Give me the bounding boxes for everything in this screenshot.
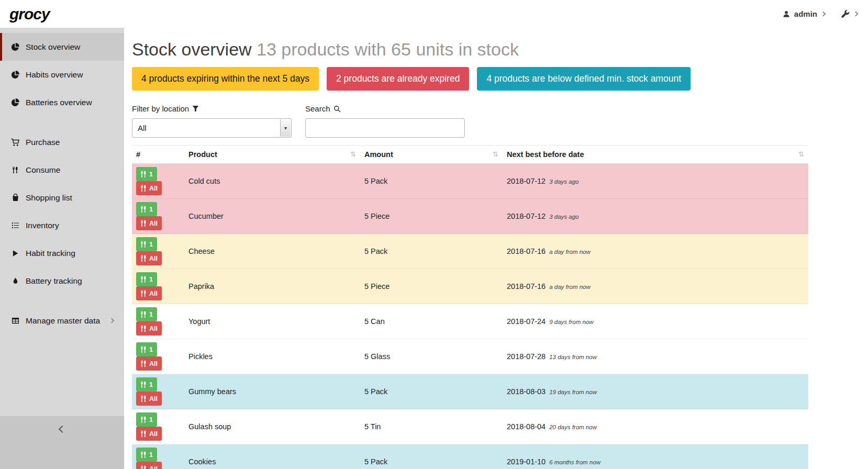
best-before-date: 2018-07-16	[507, 247, 546, 255]
consume-all-button[interactable]: All	[136, 462, 162, 469]
row-button-label: All	[149, 465, 158, 469]
sidebar-item-manage-master-data[interactable]: Manage master data	[0, 307, 124, 334]
consume-one-button[interactable]: 1	[136, 167, 157, 181]
actions-cell: 1All	[132, 304, 184, 339]
product-cell: Cheese	[184, 234, 360, 269]
sort-icon[interactable]: ⇅	[350, 150, 356, 158]
sidebar-item-consume[interactable]: Consume	[0, 156, 124, 184]
sidebar-item-purchase[interactable]: Purchase	[0, 128, 124, 156]
list-icon	[10, 221, 20, 229]
alert-button-expired[interactable]: 2 products are already expired	[327, 67, 469, 91]
sort-icon[interactable]: ⇅	[798, 150, 804, 158]
utensils-icon	[140, 255, 147, 262]
date-cell: 2018-07-249 days from now	[503, 304, 808, 339]
consume-one-button[interactable]: 1	[136, 202, 157, 216]
consume-one-button[interactable]: 1	[136, 448, 157, 462]
sidebar-item-habits-overview[interactable]: Habits overview	[0, 61, 124, 88]
consume-all-button[interactable]: All	[136, 427, 162, 441]
date-note: 20 days from now	[549, 424, 597, 430]
chevron-right-icon	[109, 318, 115, 323]
page-title: Stock overview	[132, 39, 252, 59]
location-select[interactable]: All ▾	[132, 118, 292, 138]
column-header-amount[interactable]: Amount⇅	[360, 146, 503, 164]
row-button-label: All	[149, 325, 158, 332]
consume-all-button[interactable]: All	[136, 356, 162, 371]
column-header-next-best-before-date[interactable]: Next best before date⇅	[503, 146, 808, 164]
sidebar-item-battery-tracking[interactable]: Battery tracking	[0, 267, 124, 295]
search-input[interactable]	[305, 118, 465, 138]
consume-all-button[interactable]: All	[136, 251, 162, 265]
consume-one-button[interactable]: 1	[136, 412, 157, 427]
chevron-right-icon	[853, 12, 859, 17]
user-menu[interactable]: admin	[783, 9, 825, 18]
table-body: 1AllCold cuts5 Pack2018-07-123 days ago1…	[132, 164, 808, 469]
consume-one-button[interactable]: 1	[136, 307, 157, 321]
chevron-right-icon	[821, 12, 826, 17]
date-note: 3 days ago	[549, 178, 578, 185]
table-row: 1AllCucumber5 Piece2018-07-123 days ago	[132, 199, 808, 234]
sidebar-item-batteries-overview[interactable]: Batteries overview	[0, 88, 124, 116]
date-note: 13 days from now	[549, 354, 597, 360]
date-note: a day from now	[549, 249, 591, 255]
consume-all-button[interactable]: All	[136, 286, 162, 300]
consume-one-button[interactable]: 1	[136, 342, 157, 356]
filter-location-label-text: Filter by location	[132, 104, 189, 113]
alert-button-below-min-stock[interactable]: 4 products are below defined min. stock …	[477, 67, 691, 91]
utensils-icon	[140, 171, 147, 178]
sidebar-item-habit-tracking[interactable]: Habit tracking	[0, 239, 124, 267]
consume-all-button[interactable]: All	[136, 321, 162, 336]
table-row: 1AllYogurt5 Can2018-07-249 days from now	[132, 304, 808, 339]
product-cell: Yogurt	[184, 304, 360, 339]
best-before-date: 2019-01-10	[507, 457, 546, 466]
sidebar: Stock overviewHabits overviewBatteries o…	[0, 28, 124, 469]
sidebar-item-inventory[interactable]: Inventory	[0, 211, 124, 239]
utensils-icon	[140, 416, 147, 423]
utensils-icon	[140, 290, 147, 297]
column-label: Next best before date	[507, 150, 584, 159]
utensils-icon	[140, 430, 147, 438]
row-button-label: 1	[149, 311, 153, 318]
row-button-label: 1	[149, 346, 153, 353]
sidebar-item-stock-overview[interactable]: Stock overview	[0, 33, 124, 61]
date-note: a day from now	[549, 284, 591, 290]
consume-one-button[interactable]: 1	[136, 377, 157, 392]
sidebar-item-label: Inventory	[26, 221, 59, 230]
row-button-label: 1	[149, 171, 153, 178]
chevron-left-icon	[58, 426, 65, 433]
actions-cell: 1All	[132, 444, 184, 469]
best-before-date: 2018-07-12	[507, 212, 546, 220]
best-before-date: 2018-07-16	[507, 282, 546, 291]
best-before-date: 2018-08-03	[507, 387, 546, 396]
consume-all-button[interactable]: All	[136, 216, 162, 230]
filter-location-label: Filter by location	[132, 104, 292, 113]
table-header-row: #Product⇅Amount⇅Next best before date⇅	[132, 146, 808, 164]
sidebar-item-label: Habit tracking	[26, 249, 75, 258]
product-cell: Gulash soup	[184, 409, 360, 444]
date-cell: 2018-07-16a day from now	[503, 234, 808, 269]
row-button-label: 1	[149, 241, 153, 248]
column-header-product[interactable]: Product⇅	[184, 146, 360, 164]
pie-chart-icon	[10, 43, 20, 51]
date-cell: 2018-07-123 days ago	[503, 164, 808, 199]
row-button-label: All	[149, 220, 158, 227]
sidebar-item-shopping-list[interactable]: Shopping list	[0, 184, 124, 211]
sidebar-nav: Stock overviewHabits overviewBatteries o…	[0, 28, 124, 416]
app-logo[interactable]: grocy	[0, 5, 50, 23]
amount-cell: 5 Pack	[360, 234, 503, 269]
utensils-icon	[10, 166, 20, 174]
consume-all-button[interactable]: All	[136, 392, 162, 406]
settings-menu[interactable]	[841, 9, 858, 18]
consume-one-button[interactable]: 1	[136, 237, 157, 251]
consume-one-button[interactable]: 1	[136, 272, 157, 286]
sort-icon[interactable]: ⇅	[493, 150, 498, 158]
row-button-label: 1	[149, 416, 153, 423]
sidebar-collapse-button[interactable]	[0, 416, 124, 469]
utensils-icon	[140, 185, 147, 192]
amount-cell: 5 Can	[360, 304, 503, 339]
best-before-date: 2018-07-24	[507, 317, 546, 326]
main-content: Stock overview 13 products with 65 units…	[124, 28, 868, 469]
alert-button-expiring[interactable]: 4 products expiring within the next 5 da…	[132, 67, 319, 91]
page-heading: Stock overview 13 products with 65 units…	[132, 39, 868, 60]
user-name: admin	[794, 9, 817, 18]
consume-all-button[interactable]: All	[136, 181, 162, 195]
